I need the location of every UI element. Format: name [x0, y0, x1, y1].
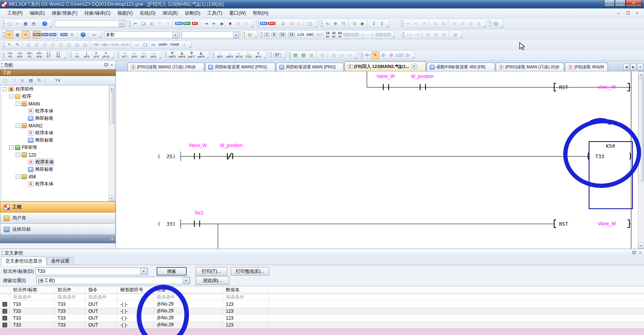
interlink-edit-icon[interactable]: ✎ — [13, 41, 22, 49]
swap-back-icon[interactable]: ⇆ — [467, 20, 475, 27]
device-display2-icon[interactable]: Dev — [41, 31, 49, 38]
sym-contact-close-branch-icon[interactable]: ⊣/⊢sF6 — [34, 51, 44, 59]
filter-cell[interactable]: 筛选条件 — [55, 294, 85, 300]
menu-item[interactable]: 编辑(E) — [26, 9, 48, 18]
xref-tab-condition[interactable]: 条件设置 — [47, 257, 74, 265]
sym-contact-close-icon[interactable]: ⊣/⊢F6 — [25, 51, 34, 59]
pin-icon[interactable] — [632, 251, 636, 255]
help-icon[interactable]: ? — [41, 20, 49, 27]
sym-pulse-open-icon[interactable]: ⇈saF5 — [167, 51, 177, 59]
convert-block-icon[interactable]: ▧ — [291, 51, 300, 59]
open-project-icon[interactable]: ▭ — [13, 20, 22, 27]
var-assign-icon[interactable]: VAR= — [157, 41, 169, 49]
toolbar-icon[interactable] — [429, 20, 430, 27]
sym-pulse-close2-icon[interactable]: ⇊saF8 — [196, 51, 206, 59]
trace-search-icon[interactable]: ⊙ — [351, 20, 359, 27]
help-view-icon[interactable]: ? — [79, 31, 87, 38]
menu-item[interactable]: 调试(B) — [159, 9, 181, 18]
menu-item[interactable]: 视图(V) — [114, 9, 136, 18]
write-to-plc-icon[interactable]: ⇥ — [202, 20, 210, 27]
sort-up-icon[interactable]: ↑≡ — [413, 31, 421, 38]
filter-cell[interactable]: 筛选条件 — [85, 294, 117, 300]
fb-delete-icon[interactable]: ✗ — [420, 20, 428, 27]
sym-hline-delete-icon[interactable]: ✕cF9 — [91, 51, 101, 59]
device-jump-icon[interactable]: ▷ — [295, 20, 303, 27]
limit-high-icon[interactable]: ↥ — [378, 20, 386, 27]
sym-invert-dn-icon[interactable]: ↓caF5 — [225, 51, 234, 59]
device-skip-icon[interactable]: Dev — [396, 51, 404, 59]
nav-filter-icon[interactable]: Y▾ — [54, 77, 61, 84]
device-fmt1-icon[interactable]: Dev — [343, 31, 351, 38]
toolbar-icon[interactable] — [200, 20, 201, 27]
aux-combo[interactable] — [182, 31, 240, 38]
fb-box-icon[interactable]: ▭ — [149, 41, 157, 49]
read-mode-icon[interactable]: ▥ — [319, 51, 327, 59]
device-monitor-icon[interactable]: Dev — [183, 20, 191, 27]
tab-fb-123-active[interactable]: [FB]写入 123(MAIN2.气缸1... × — [344, 61, 426, 71]
new-project-icon[interactable]: ▢ — [5, 20, 13, 27]
nav-paste-icon[interactable]: ▣ — [18, 77, 26, 84]
tab-scroll-right-icon[interactable]: ▶ — [630, 64, 636, 70]
nav-switch-user-library[interactable]: 用户库 — [0, 213, 116, 224]
table-row[interactable]: T33 T33 OUT -( )- 步No.29 123 — [0, 315, 644, 322]
nav-window-toggle-icon[interactable]: ⊞ — [5, 31, 13, 38]
scrollbar-thumb[interactable] — [109, 92, 114, 124]
tab-list-icon[interactable]: ▾ — [637, 64, 643, 70]
col-delete-icon[interactable]: ▥ — [65, 41, 73, 49]
inline-monitor-icon[interactable]: ⊣⊢ — [363, 51, 371, 59]
pin-icon[interactable] — [104, 63, 108, 68]
device-display3-icon[interactable]: Dev — [49, 31, 57, 38]
filter-cell[interactable]: 筛选条件 — [223, 294, 269, 300]
copy-icon[interactable]: ❏ — [139, 20, 147, 27]
close-panel-icon[interactable] — [109, 63, 114, 68]
contact-pulse-up-icon[interactable]: ⊣↑⊢ — [109, 41, 120, 49]
device-display1-icon[interactable]: Dev — [33, 31, 41, 38]
toolbar-icon[interactable] — [368, 20, 369, 27]
menu-item[interactable]: 搜索/替换(F) — [48, 9, 81, 18]
statement-jump-icon[interactable]: ⊐ — [279, 20, 287, 27]
filter-cell[interactable]: 筛选条件 — [10, 294, 55, 300]
chevron-more-icon[interactable]: » — [111, 237, 113, 241]
device-fmt5-icon[interactable]: Dev — [375, 31, 383, 38]
block-disable-icon[interactable]: ⊘ — [450, 20, 459, 27]
online-change-icon[interactable]: ⊟ — [242, 20, 250, 27]
sym-branch-icon[interactable]: ⌐aF10 — [234, 51, 244, 59]
label-delete-all-icon[interactable]: ▤ — [440, 31, 448, 38]
scroll-up-icon[interactable]: ▲ — [109, 86, 114, 91]
tree-expand-icon[interactable]: - — [16, 153, 20, 157]
save-project-icon[interactable]: ▦ — [22, 20, 30, 27]
tree-expand-icon[interactable]: - — [9, 145, 13, 150]
sym-contact-open-icon[interactable]: ⊣⊢F5 — [5, 51, 15, 59]
project-combo[interactable] — [55, 20, 126, 27]
xref-tab-info[interactable]: 交叉参照信息显示 — [1, 257, 46, 265]
tab-labels-main[interactable]: 局部标签设置 MAIN [PRG] — [276, 63, 344, 71]
sym-pulse-close-icon[interactable]: ⇊saF6 — [177, 51, 187, 59]
cut-icon[interactable]: ✂ — [131, 20, 139, 27]
toolbar-icon[interactable] — [172, 20, 174, 27]
menu-item[interactable]: 工具(T) — [204, 9, 226, 18]
nav-switch-connection[interactable]: 连接目标 — [0, 224, 116, 235]
display-bin-icon[interactable]: 2 — [263, 31, 270, 38]
trace-run-icon[interactable]: ▶ — [359, 20, 367, 27]
minimize-button[interactable]: — — [604, 0, 615, 7]
data-combo[interactable]: 参数 — [104, 31, 179, 38]
tab-prg-main[interactable]: [PRG]读取 MAIN (只读) 20步 — [496, 63, 564, 71]
menu-item[interactable]: 窗口(W) — [226, 9, 249, 18]
tree-expand-icon[interactable] — [22, 167, 26, 172]
sym-invert-up-icon[interactable]: ↑aF5 — [215, 51, 225, 59]
select-pointer-icon[interactable]: ↖ — [5, 41, 13, 49]
verify-icon[interactable]: ⊞ — [234, 20, 242, 27]
tree-expand-icon[interactable] — [22, 116, 26, 120]
io-system-icon[interactable]: I/O — [191, 20, 199, 27]
monitor-mode-icon[interactable]: ◎ — [338, 51, 346, 59]
header-cell[interactable]: 位置 — [154, 286, 223, 294]
sym-pulse-dn-icon[interactable]: -↓-sF8 — [129, 51, 139, 59]
tree-item-main-labels[interactable]: 局部标签 — [1, 115, 114, 122]
close-button[interactable]: ✕ — [626, 0, 642, 7]
display-real-icon[interactable]: 1.23 — [296, 31, 305, 38]
toolbar-icon[interactable] — [77, 31, 78, 38]
header-cell[interactable]: 软元件/标签 — [10, 286, 55, 294]
close-panel-icon[interactable] — [638, 251, 642, 255]
toolbar-icon[interactable] — [45, 77, 52, 84]
toolbar-icon[interactable] — [90, 41, 91, 48]
